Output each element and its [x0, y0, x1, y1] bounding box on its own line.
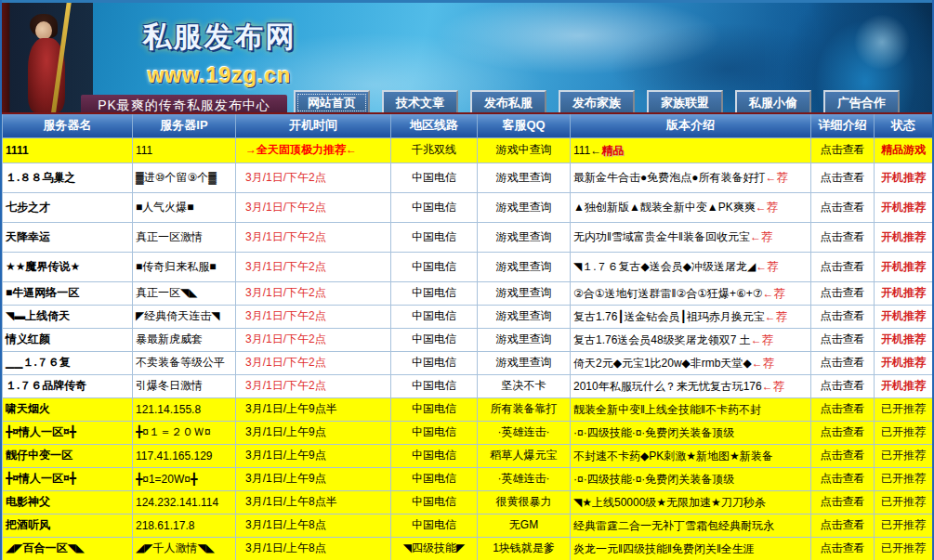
version-link[interactable]: ②合①送地钉送群雷‖②合①狂爆+⑥+⑦←荐 [571, 281, 811, 305]
server-ip-cell: 真正一区激情 [133, 222, 236, 252]
server-name-link[interactable]: 把酒听风 [3, 514, 133, 537]
detail-link[interactable]: 点击查看 [811, 137, 875, 163]
open-time-cell: 3月/1日/下午2点 [236, 374, 391, 397]
server-ip-cell: 117.41.165.129 [133, 444, 236, 467]
nav-button-1[interactable]: 技术文章 [382, 90, 458, 112]
detail-link[interactable]: 点击查看 [811, 351, 875, 374]
version-link[interactable]: ·¤·四级技能·¤·免费闭关装备顶级 [571, 467, 811, 490]
version-text: ②合①送地钉送群雷‖②合①狂爆+⑥+⑦ [573, 287, 763, 300]
detail-link[interactable]: 点击查看 [811, 305, 875, 328]
column-header: 状态 [875, 114, 933, 137]
detail-link[interactable]: 点击查看 [811, 163, 875, 192]
server-name-link[interactable]: ╋¤情人一区¤╋ [3, 467, 133, 490]
nav-button-0[interactable]: 网站首页 [294, 90, 370, 112]
service-qq-cell: 游戏里查询 [478, 163, 571, 192]
version-text: 无内功‖雪域富贵金牛‖装备回收元宝 [573, 230, 750, 243]
server-name-link[interactable]: ◥▬上线倚天 [3, 305, 133, 328]
warrior-face [35, 21, 52, 40]
server-ip-cell: 真正一区◥◣ [133, 281, 236, 305]
version-link[interactable]: 炎龙一元‖四级技能‖免费闭关‖全生涯 [571, 537, 811, 560]
version-link[interactable]: 靓装全新中变‖上线全技能‖不卡药不封 [571, 397, 811, 421]
region-line-cell: 中国电信 [391, 490, 478, 514]
site-banner: 私服发布网 www.19zg.cn PK最爽的传奇私服发布中心 网站首页技术文章… [2, 0, 932, 112]
server-name-link[interactable]: ▁▁１.７６复 [3, 351, 133, 374]
region-line-cell: 中国电信 [391, 305, 478, 328]
server-name-link[interactable]: 电影神父 [3, 490, 133, 514]
table-row: 把酒听风 218.61.17.8 3月/1日/上午8点 中国电信 无GM 经典雷… [3, 514, 933, 537]
open-time-cell: 3月/1日/上午9点半 [236, 397, 391, 421]
region-line-cell: 中国电信 [391, 222, 478, 252]
server-name-link[interactable]: ◢◤百合一区◥◣ [3, 537, 133, 560]
version-link[interactable]: ◥★上线50000级★无限加速★刀刀秒杀 [571, 490, 811, 514]
version-link[interactable]: ◥１.７６复古◆送会员◆冲级送屠龙◢←荐 [571, 252, 811, 281]
detail-link[interactable]: 点击查看 [811, 421, 875, 444]
version-text: 2010年私服玩什么？来无忧复古玩176 [573, 380, 762, 393]
version-link[interactable]: 复古1.76送会员48级奖屠龙领双7 土←荐 [571, 328, 811, 351]
server-name-link[interactable]: 啸天烟火 [3, 397, 133, 421]
nav-button-3[interactable]: 发布家族 [559, 90, 635, 112]
site-logo[interactable]: 私服发布网 www.19zg.cn [99, 18, 340, 88]
server-name-link[interactable]: 1111 [3, 137, 133, 163]
server-name-link[interactable]: 天降幸运 [3, 222, 133, 252]
version-text: ·¤·四级技能·¤·免费闭关装备顶级 [573, 426, 734, 439]
server-name-link[interactable]: ■牛逼网络一区 [3, 281, 133, 305]
version-text: 经典雷霆二合一无补丁雪霜包经典耐玩永 [573, 519, 774, 532]
server-ip-cell: 218.61.17.8 [133, 514, 236, 537]
version-link[interactable]: 111←精品 [571, 137, 811, 163]
table-row: 啸天烟火 121.14.155.8 3月/1日/上午9点半 中国电信 所有装备靠… [3, 397, 933, 421]
detail-link[interactable]: 点击查看 [811, 281, 875, 305]
server-name-link[interactable]: １.７６品牌传奇 [3, 374, 133, 397]
detail-link[interactable]: 点击查看 [811, 374, 875, 397]
server-name-link[interactable]: 情义红颜 [3, 328, 133, 351]
version-link[interactable]: ·¤·四级技能·¤·免费闭关装备顶级 [571, 421, 811, 444]
recommend-arrow: ←荐 [763, 287, 785, 300]
server-name-link[interactable]: ╋¤情人一区¤╋ [3, 421, 133, 444]
version-link[interactable]: ▲独创新版▲靓装全新中变▲PK爽爽←荐 [571, 192, 811, 222]
server-name-link[interactable]: ★★魔界传说★ [3, 252, 133, 281]
version-text: ◥★上线50000级★无限加速★刀刀秒杀 [573, 496, 766, 509]
detail-link[interactable]: 点击查看 [811, 490, 875, 514]
service-qq-cell: 坚决不卡 [478, 374, 571, 397]
detail-link[interactable]: 点击查看 [811, 514, 875, 537]
server-ip-cell: 引爆冬日激情 [133, 374, 236, 397]
server-name-link[interactable]: 七步之才 [3, 192, 133, 222]
status-cell: 已开推荐 [875, 490, 933, 514]
version-link[interactable]: 不封速不卡药◆PK刺激★新地图★新装备 [571, 444, 811, 467]
column-header: 服务器名 [3, 114, 133, 137]
open-time-cell: 3月/1日/下午2点 [236, 252, 391, 281]
version-link[interactable]: 2010年私服玩什么？来无忧复古玩176←荐 [571, 374, 811, 397]
detail-link[interactable]: 点击查看 [811, 222, 875, 252]
server-name-link[interactable]: １.８８乌巢之 [3, 163, 133, 192]
detail-link[interactable]: 点击查看 [811, 444, 875, 467]
detail-link[interactable]: 点击查看 [811, 252, 875, 281]
server-ip-cell: ▓进⑩个留⑨个▓ [133, 163, 236, 192]
detail-link[interactable]: 点击查看 [811, 537, 875, 560]
table-row: １.８８乌巢之 ▓进⑩个留⑨个▓ 3月/1日/下午2点 中国电信 游戏里查询 最… [3, 163, 933, 192]
detail-link[interactable]: 点击查看 [811, 467, 875, 490]
region-line-cell: 千兆双线 [391, 137, 478, 163]
status-cell: 已开推荐 [875, 444, 933, 467]
nav-button-5[interactable]: 私服小偷 [735, 90, 811, 112]
nav-button-6[interactable]: 广告合作 [823, 90, 900, 112]
detail-link[interactable]: 点击查看 [811, 192, 875, 222]
server-ip-cell: ■传奇归来私服■ [133, 252, 236, 281]
version-link[interactable]: 最新金牛合击●免费泡点●所有装备好打←荐 [571, 163, 811, 192]
site-tagline: PK最爽的传奇私服发布中心 [81, 95, 287, 112]
detail-link[interactable]: 点击查看 [811, 397, 875, 421]
service-qq-cell: 游戏里查询 [478, 222, 571, 252]
server-name-link[interactable]: 靓仔中变一区 [3, 444, 133, 467]
version-link[interactable]: 倚天2元◆元宝1比20w◆非rmb天堂◆←荐 [571, 351, 811, 374]
version-link[interactable]: 经典雷霆二合一无补丁雪霜包经典耐玩永 [571, 514, 811, 537]
service-qq-cell: ·英雄连击· [478, 421, 571, 444]
version-link[interactable]: 无内功‖雪域富贵金牛‖装备回收元宝←荐 [571, 222, 811, 252]
detail-link[interactable]: 点击查看 [811, 328, 875, 351]
open-time-cell: 3月/1日/下午2点 [236, 163, 391, 192]
table-row: 七步之才 ■人气火爆■ 3月/1日/下午2点 中国电信 游戏里查询 ▲独创新版▲… [3, 192, 933, 222]
server-ip-cell: 暴最新虎威套 [133, 328, 236, 351]
nav-button-4[interactable]: 家族联盟 [647, 90, 723, 112]
version-link[interactable]: 复古1.76┃送金钻会员┃祖玛赤月换元宝←荐 [571, 305, 811, 328]
open-time-cell: 3月/1日/下午2点 [236, 328, 391, 351]
table-row: ▁▁１.７６复 不卖装备等级公平 3月/1日/下午2点 中国电信 游戏里查询 倚… [3, 351, 933, 374]
region-line-cell: 中国电信 [391, 421, 478, 444]
nav-button-2[interactable]: 发布私服 [470, 90, 546, 112]
